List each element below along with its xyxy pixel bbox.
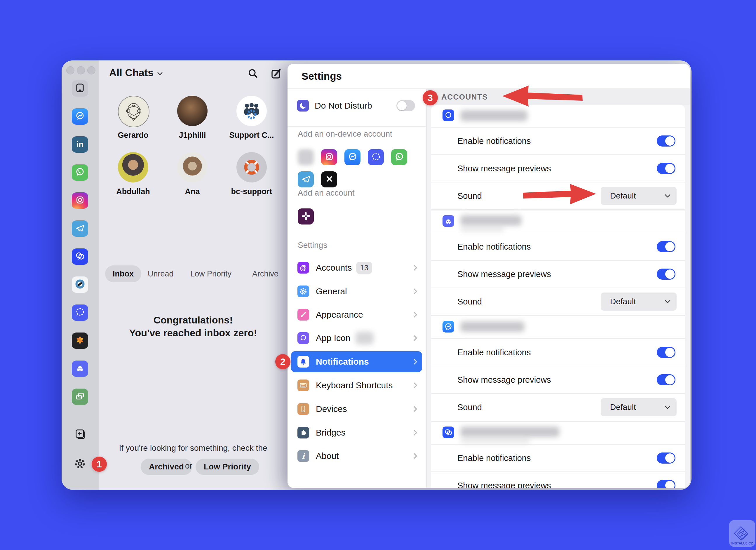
tab-archive[interactable]: Archive <box>245 265 286 282</box>
sidebar-item-whatsapp[interactable] <box>72 164 88 181</box>
sidebar-item-circle-app[interactable] <box>72 276 88 293</box>
blurred-account-name <box>460 110 527 121</box>
compose-icon <box>270 76 283 81</box>
add-chat-button[interactable] <box>74 428 86 441</box>
avatar[interactable] <box>177 96 208 126</box>
chat-filter-dropdown[interactable]: All Chats <box>109 67 163 79</box>
show-previews-toggle[interactable] <box>657 163 675 174</box>
close-window-button[interactable] <box>66 66 74 74</box>
stacked-chat-windows-icon <box>74 390 86 403</box>
enable-notifications-row: Enable notifications <box>431 128 685 154</box>
sidebar-item-appearance[interactable]: Appearance <box>291 303 422 326</box>
blurred-account-name <box>460 321 525 332</box>
sidebar-item-about[interactable]: i About <box>291 444 422 468</box>
tab-unread[interactable]: Unread <box>140 265 181 282</box>
add-messenger-button[interactable] <box>344 149 360 165</box>
orange-asterisk-icon <box>74 334 86 347</box>
enable-notifications-row: Enable notifications <box>431 445 685 471</box>
appearance-icon <box>297 309 309 321</box>
low-priority-button[interactable]: Low Priority <box>196 459 259 475</box>
tab-low-priority[interactable]: Low Priority <box>183 265 239 282</box>
avatar[interactable] <box>177 152 208 182</box>
sidebar-item-beeper-network[interactable] <box>72 248 88 265</box>
add-telegram-button[interactable] <box>298 171 314 187</box>
contact-name: Support C... <box>224 131 279 140</box>
enable-notifications-toggle[interactable] <box>657 135 675 147</box>
add-whatsapp-button[interactable] <box>391 149 407 165</box>
avatar[interactable] <box>118 96 149 127</box>
sidebar-item-keyboard-shortcuts[interactable]: Keyboard Shortcuts <box>291 374 422 397</box>
menu-label: Bridges <box>316 428 346 438</box>
enable-notifications-toggle[interactable] <box>657 241 675 252</box>
chevron-down-icon <box>664 194 671 198</box>
instaluj-logo-icon <box>734 526 751 542</box>
add-instagram-button[interactable] <box>321 149 337 165</box>
enable-notifications-toggle[interactable] <box>657 347 675 358</box>
enable-notifications-label: Enable notifications <box>457 339 531 366</box>
settings-sheet: Settings Do Not Disturb Add an on-device… <box>288 64 690 488</box>
sidebar-item-devices[interactable]: Devices <box>291 397 422 421</box>
sidebar-item-bridges[interactable]: Bridges <box>291 421 422 444</box>
sidebar-item-messenger[interactable] <box>72 108 88 125</box>
do-not-disturb-toggle[interactable] <box>396 100 415 111</box>
do-not-disturb-icon <box>297 100 309 112</box>
sidebar-item-accounts[interactable]: @ Accounts 13 <box>291 256 422 279</box>
show-previews-toggle[interactable] <box>657 480 675 488</box>
sidebar-item-instagram[interactable] <box>72 192 88 209</box>
telegram-icon <box>74 222 86 235</box>
sidebar-item-asterisk-app[interactable] <box>72 333 88 349</box>
accounts-header-label: ACCOUNTS <box>441 93 488 102</box>
contact-name: Gerardo <box>105 131 161 140</box>
sidebar-item-notifications[interactable]: Notifications <box>291 351 422 372</box>
minimize-window-button[interactable] <box>77 66 85 74</box>
sidebar-item-green-chat-app[interactable] <box>72 389 88 405</box>
signal-icon <box>370 151 382 164</box>
app-icon-icon <box>297 332 309 344</box>
blurred-account-subtitle <box>460 226 504 232</box>
add-signal-button[interactable] <box>368 149 384 165</box>
sidebar-item-general[interactable]: General <box>291 280 422 303</box>
chevron-down-icon <box>664 300 671 304</box>
whatsapp-icon <box>393 151 405 164</box>
add-on-device-label: Add an on-device account <box>298 129 392 139</box>
blurred-app-icon-preview <box>356 332 374 344</box>
show-previews-toggle[interactable] <box>657 374 675 385</box>
sound-select[interactable]: Default <box>601 187 677 205</box>
avatar[interactable] <box>236 152 267 182</box>
x-icon <box>323 173 335 186</box>
settings-gear-button[interactable] <box>74 458 86 471</box>
service-blurred[interactable] <box>298 149 314 165</box>
sidebar-item-telegram[interactable] <box>72 220 88 237</box>
sidebar-item-signal[interactable] <box>72 304 88 321</box>
show-previews-label: Show message previews <box>457 366 551 393</box>
show-previews-toggle[interactable] <box>657 269 675 280</box>
menu-label: General <box>316 286 347 296</box>
compose-button[interactable] <box>270 67 283 81</box>
zoom-window-button[interactable] <box>87 66 95 74</box>
avatar[interactable] <box>236 96 267 126</box>
general-icon <box>297 286 309 297</box>
add-slack-button[interactable] <box>298 208 314 224</box>
chevron-right-icon <box>413 406 417 412</box>
device-icon <box>74 82 86 95</box>
avatar[interactable] <box>118 152 148 182</box>
sound-row: Sound Default <box>431 288 685 315</box>
sidebar-item-linkedin[interactable]: in <box>72 136 88 153</box>
divider <box>288 126 426 127</box>
contact-name: bc-support <box>224 187 279 196</box>
settings-header: Settings <box>288 64 690 89</box>
menu-label: Accounts <box>316 263 352 273</box>
enable-notifications-toggle[interactable] <box>657 452 675 464</box>
sidebar-item-discord[interactable] <box>72 361 88 377</box>
search-button[interactable] <box>247 67 259 81</box>
sound-select[interactable]: Default <box>601 398 677 416</box>
archived-button[interactable]: Archived <box>141 459 192 475</box>
enable-notifications-label: Enable notifications <box>457 445 531 471</box>
sound-select[interactable]: Default <box>601 293 677 311</box>
show-previews-row: Show message previews <box>431 472 685 488</box>
sidebar-item-all-chats[interactable] <box>72 80 88 97</box>
sidebar-item-app-icon[interactable]: App Icon <box>291 326 422 350</box>
account-header-beeper-network <box>431 422 685 444</box>
tab-inbox[interactable]: Inbox <box>105 265 141 282</box>
add-x-button[interactable] <box>321 171 337 187</box>
